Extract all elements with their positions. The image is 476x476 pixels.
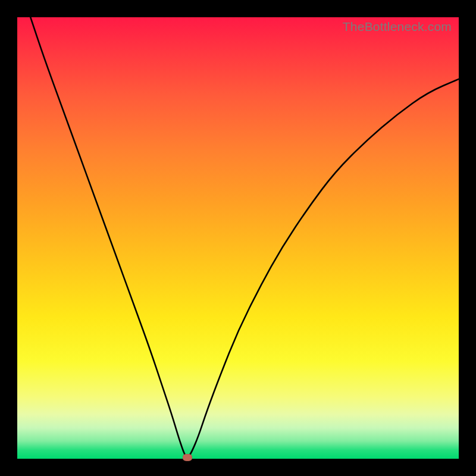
- bottleneck-curve: [30, 17, 459, 458]
- plot-area: TheBottleneck.com: [17, 17, 459, 459]
- optimal-point-marker: [183, 454, 192, 461]
- watermark-text: TheBottleneck.com: [343, 20, 452, 34]
- curve-layer: [17, 17, 459, 459]
- chart-frame: TheBottleneck.com: [0, 0, 476, 476]
